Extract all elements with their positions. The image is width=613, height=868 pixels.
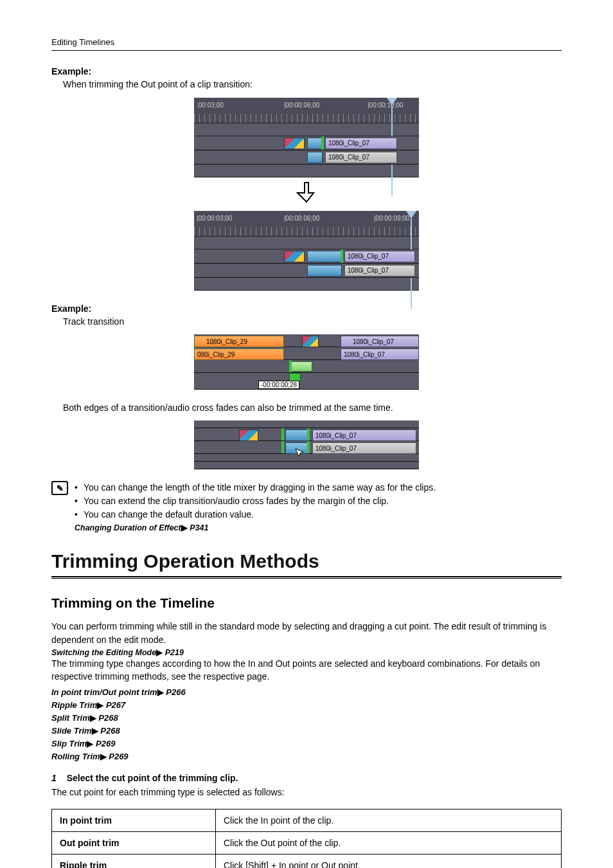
video-clip: 1080i_Clip_07: [325, 138, 397, 149]
note-item: You can change the default duration valu…: [75, 508, 436, 521]
audio-clip-right: 1080i_Clip_07: [341, 348, 419, 360]
xref-link[interactable]: Changing Duration of Effect▶ P341: [75, 523, 436, 532]
both-edges-text: Both edges of a transition/audio cross f…: [63, 401, 562, 414]
trim-type-table: In point trim Click the In point of the …: [51, 809, 562, 868]
xref-link[interactable]: Split Trim▶ P268: [51, 712, 562, 725]
video-clip-right: 1080i_Clip_07: [341, 336, 419, 347]
step-number: 1: [51, 773, 57, 783]
audio-clip: 1080i_Clip_07: [325, 152, 397, 163]
step-1: 1 Select the cut point of the trimming c…: [51, 773, 562, 783]
cut-point-out: [307, 441, 310, 453]
transition-bar: [307, 251, 342, 262]
video-clip: 1080i_Clip_07: [344, 251, 415, 262]
figure-track-transition: 1080i_Clip_29 1080i_Clip_07 080i_Clip_29…: [194, 334, 419, 390]
figure-both-edges: 1080i_Clip_07 1080i_Clip_07: [194, 420, 419, 469]
transition-bar: [307, 138, 323, 149]
audio-crossfade-bar: [307, 152, 323, 163]
duration-tooltip: -00:00:00;28: [258, 381, 299, 389]
cut-point-out: [321, 136, 324, 150]
example2-heading: Example:: [51, 303, 91, 314]
timecode: |00:00:03;00: [197, 215, 232, 222]
clip-thumbnail: [284, 138, 305, 149]
timecode: |00:00:06;00: [284, 102, 319, 109]
cut-point-in: [281, 428, 284, 440]
example2-caption: Track transition: [63, 315, 562, 328]
xref-link[interactable]: Slip Trim▶ P269: [51, 737, 562, 750]
cut-point-in: [281, 441, 284, 453]
note-list: You can change the length of the title m…: [75, 481, 436, 532]
xref-link[interactable]: Ripple Trim▶ P267: [51, 699, 562, 712]
clip-thumbnail: [284, 251, 305, 262]
video-clip-left: 1080i_Clip_29: [194, 336, 284, 347]
table-header-cell: Out point trim: [52, 831, 216, 854]
timecode: |00:00:09;00: [374, 215, 409, 222]
example1-caption: When trimming the Out point of a clip tr…: [63, 78, 562, 91]
table-cell: Click the Out point of the clip.: [216, 831, 562, 854]
note-item: You can extend the clip transition/audio…: [75, 494, 436, 508]
video-clip: 1080i_Clip_07: [312, 429, 416, 441]
timecode: |00:00:06;00: [284, 215, 319, 222]
audio-clip: 1080i_Clip_07: [344, 265, 415, 276]
step-text: Select the cut point of the trimming cli…: [67, 773, 238, 783]
playhead-cursor: [387, 98, 397, 105]
xref-link[interactable]: In point trim/Out point trim▶ P266: [51, 686, 562, 699]
cut-point-out: [341, 249, 343, 263]
note-item: You can change the length of the title m…: [75, 481, 436, 494]
playhead-cursor: [406, 211, 416, 219]
table-header-cell: In point trim: [52, 809, 216, 831]
header-breadcrumb: Editing Timelines: [51, 37, 114, 47]
timecode: |00:00:10;00: [368, 102, 403, 109]
clip-thumbnail: [239, 429, 258, 441]
section-subtitle: Trimming on the Timeline: [51, 595, 562, 611]
table-row: Ripple trim Click [Shift] + In point or …: [52, 854, 562, 868]
table-row: Out point trim Click the Out point of th…: [52, 831, 562, 854]
example1-heading: Example:: [51, 66, 91, 77]
xref-link[interactable]: Switching the Editing Mode▶ P219: [51, 647, 562, 657]
cursor-pointer-icon: [294, 448, 305, 458]
transition-bar: [285, 429, 308, 441]
timecode: :00:03;00: [197, 102, 224, 109]
table-cell: Click the In point of the clip.: [216, 809, 562, 831]
note-icon: ✎: [51, 481, 68, 495]
audio-crossfade-bar: [307, 265, 342, 276]
table-header-cell: Ripple trim: [52, 854, 216, 868]
section-intro2: The trimming type changes according to h…: [51, 657, 562, 683]
down-arrow-icon: [194, 177, 419, 211]
xref-link-list: In point trim/Out point trim▶ P266 Rippl…: [51, 686, 562, 764]
table-row: In point trim Click the In point of the …: [52, 809, 562, 831]
xref-link[interactable]: Slide Trim▶ P268: [51, 725, 562, 737]
section-intro1: You can perform trimming while still in …: [51, 620, 562, 646]
figure-trim-out-before: :00:03;00 |00:00:06;00 |00:00:10;00 1080…: [194, 98, 419, 177]
section-title: Trimming Operation Methods: [51, 550, 562, 572]
audio-clip: 1080i_Clip_07: [312, 442, 416, 454]
cut-point-in: [289, 360, 292, 372]
table-cell: Click [Shift] + In point or Out point.: [216, 854, 562, 868]
xref-link[interactable]: Rolling Trim▶ P269: [51, 750, 562, 763]
figure-trim-out-after: |00:00:03;00 |00:00:06;00 |00:00:09;00 1…: [194, 211, 419, 291]
audio-clip-left: 080i_Clip_29: [194, 348, 284, 360]
cut-point-out: [307, 428, 310, 440]
track-crossfade: [290, 361, 312, 372]
section-rule: [51, 576, 562, 579]
step-after-text: The cut point for each trimming type is …: [51, 786, 562, 799]
clip-thumbnail: [302, 336, 319, 347]
